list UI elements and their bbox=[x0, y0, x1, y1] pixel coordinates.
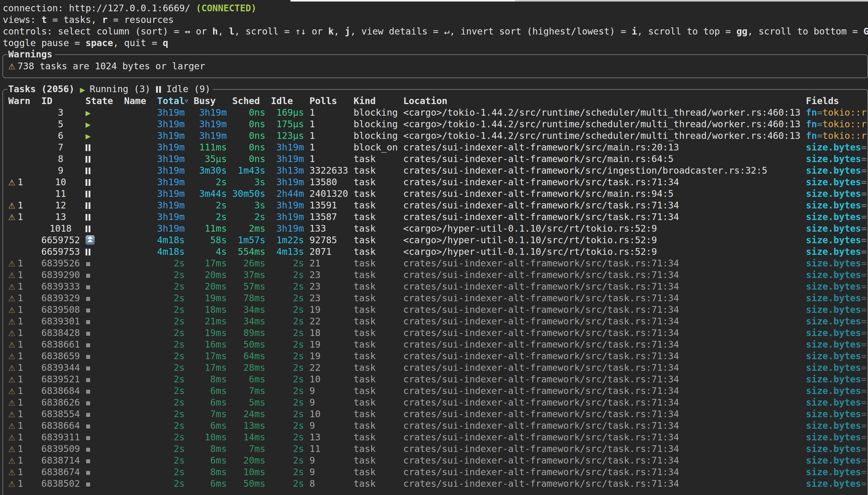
idle-duration: 2s bbox=[271, 339, 304, 351]
column-header-busy[interactable]: Busy bbox=[194, 95, 227, 107]
warn-cell: ⚠1 bbox=[8, 292, 41, 304]
task-location: <cargo>/hyper-util-0.1.10/src/rt/tokio.r… bbox=[403, 234, 800, 246]
busy-duration: 4s bbox=[194, 246, 227, 258]
field-value: tokio::r bbox=[822, 130, 867, 141]
column-header-fields[interactable]: Fields bbox=[806, 95, 867, 107]
table-row[interactable]: ⚠1 6838659 2s 17ms 64ms 2s 19 task crate… bbox=[8, 351, 867, 362]
table-row[interactable]: 11 3h19m 3m44s 30m50s 2h44m 2401320 task… bbox=[8, 188, 867, 200]
fields-cell: size.bytes= bbox=[806, 188, 867, 200]
warning-icon: ⚠ bbox=[8, 61, 14, 72]
sched-duration: 0ns bbox=[232, 118, 265, 130]
field-equals: = bbox=[861, 211, 867, 222]
column-header-location[interactable]: Location bbox=[403, 95, 800, 107]
sched-duration: 7ms bbox=[232, 385, 265, 397]
warn-cell bbox=[8, 118, 41, 130]
total-duration: 3h19m bbox=[157, 130, 185, 142]
table-row[interactable]: ⚠1 6839344 2s 17ms 28ms 2s 22 task crate… bbox=[8, 362, 867, 374]
column-header-name[interactable]: Name bbox=[124, 95, 157, 107]
total-duration: 2s bbox=[157, 327, 185, 339]
task-id: 6838428 bbox=[41, 327, 80, 339]
table-row[interactable]: ⚠1 6838554 2s 7ms 24ms 2s 10 task crates… bbox=[8, 408, 867, 420]
table-row[interactable]: ⚠1 6838428 2s 19ms 89ms 2s 18 task crate… bbox=[8, 327, 867, 339]
table-row[interactable]: 3 ▶ 3h19m 3h19m 0ns 169µs 1 blocking <ca… bbox=[8, 107, 867, 118]
task-id: 6839311 bbox=[41, 431, 80, 443]
warn-count: 1 bbox=[18, 478, 23, 489]
completed-icon bbox=[86, 309, 90, 312]
table-row[interactable]: ⚠1 6839329 2s 19ms 78ms 2s 23 task crate… bbox=[8, 292, 867, 304]
warn-cell: ⚠1 bbox=[8, 466, 41, 478]
table-row[interactable]: ⚠1 12 3h19m 2s 3s 3h19m 13591 task crate… bbox=[8, 200, 867, 211]
busy-duration: 17ms bbox=[194, 258, 227, 269]
table-row[interactable]: ⚠1 6838684 2s 6ms 7ms 2s 9 task crates/s… bbox=[8, 385, 867, 397]
warn-count: 1 bbox=[18, 397, 23, 408]
polls-count: 19 bbox=[310, 351, 348, 362]
warning-icon: ⚠ bbox=[8, 339, 14, 351]
table-row[interactable]: 9 3h19m 3m30s 1m43s 3h13m 3322633 task c… bbox=[8, 165, 867, 176]
idle-count-label: Idle (9) bbox=[166, 84, 211, 94]
table-row[interactable]: ⚠1 6839508 2s 18ms 34ms 2s 19 task crate… bbox=[8, 304, 867, 315]
column-header-state[interactable]: State bbox=[85, 95, 124, 107]
fields-cell: size.bytes= bbox=[806, 246, 867, 258]
column-header-total-sorted[interactable]: Total bbox=[157, 95, 185, 107]
warn-cell bbox=[8, 107, 41, 118]
table-row[interactable]: ⚠1 6839521 2s 8ms 6ms 2s 10 task crates/… bbox=[8, 374, 867, 385]
task-id: 9 bbox=[41, 165, 80, 176]
task-kind: task bbox=[354, 408, 398, 420]
task-kind: task bbox=[354, 200, 398, 211]
polls-count: 1 bbox=[310, 118, 348, 130]
completed-icon bbox=[86, 425, 90, 428]
field-key: size.bytes bbox=[806, 386, 861, 396]
column-header-id[interactable]: ID bbox=[41, 95, 80, 107]
table-row[interactable]: ⚠1 6839290 2s 20ms 37ms 2s 23 task crate… bbox=[8, 269, 867, 281]
total-duration: 2s bbox=[157, 374, 185, 385]
table-row[interactable]: ⚠1 6838502 2s 6ms 50ms 2s 8 task crates/… bbox=[8, 478, 867, 490]
connection-url: http://127.0.0.1:6669/ bbox=[69, 3, 190, 13]
table-row[interactable]: ⚠1 6839301 2s 21ms 34ms 2s 22 task crate… bbox=[8, 315, 867, 327]
table-row[interactable]: 6659752 4m18s 58s 1m57s 1m22s 92785 task… bbox=[8, 234, 867, 246]
table-row[interactable]: ⚠1 6838626 2s 6ms 5ms 2s 9 task crates/s… bbox=[8, 397, 867, 408]
table-row[interactable]: ⚠1 6839333 2s 20ms 57ms 2s 23 task crate… bbox=[8, 281, 867, 292]
table-row[interactable]: ⚠1 6838714 2s 6ms 20ms 2s 9 task crates/… bbox=[8, 455, 867, 466]
fields-cell: size.bytes= bbox=[806, 153, 867, 165]
field-equals: = bbox=[861, 293, 867, 303]
table-row[interactable]: ⚠1 6839526 2s 17ms 26ms 2s 21 task crate… bbox=[8, 258, 867, 269]
column-header-warn[interactable]: Warn bbox=[8, 95, 41, 107]
table-row[interactable]: ⚠1 6838661 2s 16ms 50ms 2s 19 task crate… bbox=[8, 339, 867, 351]
busy-duration: 3h19m bbox=[194, 118, 227, 130]
sched-duration: 34ms bbox=[232, 304, 265, 315]
total-duration: 3h19m bbox=[157, 153, 185, 165]
fields-cell: size.bytes= bbox=[806, 142, 867, 153]
table-row[interactable]: ⚠1 6838674 2s 8ms 10ms 2s 9 task crates/… bbox=[8, 466, 867, 478]
table-row[interactable]: 5 ▶ 3h19m 3h19m 0ns 175µs 1 blocking <ca… bbox=[8, 118, 867, 130]
table-row[interactable]: 1018 3h19m 11ms 2ms 3h19m 133 task <carg… bbox=[8, 223, 867, 234]
table-row[interactable]: 6 ▶ 3h19m 3h19m 0ns 123µs 1 blocking <ca… bbox=[8, 130, 867, 142]
polls-count: 23 bbox=[310, 292, 348, 304]
task-kind: task bbox=[354, 258, 398, 269]
table-row[interactable]: 6659753 4m18s 4s 554ms 4m13s 2071 task <… bbox=[8, 246, 867, 258]
column-header-sched[interactable]: Sched bbox=[232, 95, 265, 107]
table-row[interactable]: ⚠1 13 3h19m 2s 2s 3h19m 13587 task crate… bbox=[8, 211, 867, 223]
idle-duration: 2s bbox=[271, 420, 304, 431]
state-cell bbox=[85, 374, 124, 385]
field-key: size.bytes bbox=[806, 478, 861, 489]
total-duration: 3h19m bbox=[157, 200, 185, 211]
busy-duration: 6ms bbox=[194, 478, 227, 490]
warning-icon: ⚠ bbox=[8, 432, 14, 443]
task-id: 8 bbox=[41, 153, 80, 165]
column-header-kind[interactable]: Kind bbox=[354, 95, 398, 107]
column-header-polls[interactable]: Polls bbox=[310, 95, 348, 107]
state-cell bbox=[85, 351, 124, 362]
table-row[interactable]: 7 3h19m 111ms 0ns 3h19m 1 block_on crate… bbox=[8, 142, 867, 153]
table-row[interactable]: 8 3h19m 35µs 0ns 3h19m 1 task crates/sui… bbox=[8, 153, 867, 165]
table-row[interactable]: ⚠1 10 3h19m 2s 3s 3h19m 13580 task crate… bbox=[8, 176, 867, 188]
table-row[interactable]: ⚠1 6839509 2s 8ms 7ms 2s 11 task crates/… bbox=[8, 443, 867, 455]
woken-up-icon bbox=[85, 235, 95, 245]
completed-icon bbox=[86, 285, 90, 289]
table-row[interactable]: ⚠1 6838664 2s 6ms 13ms 2s 9 task crates/… bbox=[8, 420, 867, 431]
state-cell bbox=[85, 478, 124, 490]
field-key: size.bytes bbox=[806, 270, 861, 280]
table-row[interactable]: ⚠1 6839311 2s 10ms 14ms 2s 13 task crate… bbox=[8, 431, 867, 443]
busy-duration: 18ms bbox=[194, 304, 227, 315]
column-header-idle[interactable]: Idle bbox=[271, 95, 304, 107]
fields-cell: size.bytes= bbox=[806, 420, 867, 431]
